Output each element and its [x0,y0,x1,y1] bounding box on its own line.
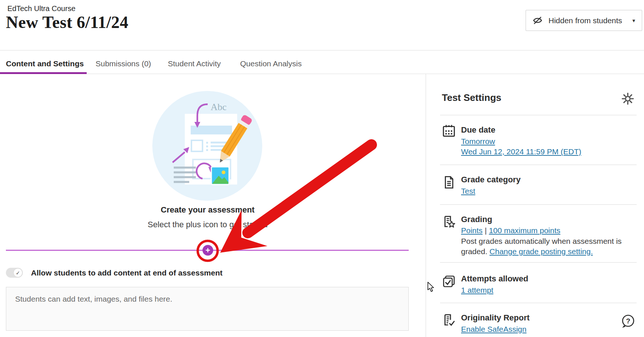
tab-content-and-settings[interactable]: Content and Settings [6,55,84,72]
gear-icon [621,92,634,105]
canvas-heading: Create your assessment [79,205,337,215]
calendar-icon [442,124,456,138]
document-icon [442,175,456,189]
originality-title: Originality Report [461,313,530,323]
student-content-editor[interactable]: Students can add text, images, and files… [6,287,409,331]
document-star-icon [442,215,456,229]
due-date-title: Due date [461,125,495,135]
test-settings-page: EdTech Ultra Course New Test 6/11/24 Hid… [0,0,644,337]
grading-points-link[interactable]: Points [461,226,482,235]
section-separator [440,115,637,115]
section-separator [440,165,637,165]
annotation-overlay [0,0,644,337]
document-check-icon [442,313,456,327]
section-separator [440,303,637,303]
section-separator [440,204,637,205]
eye-slash-icon [533,15,543,25]
grade-category-link[interactable]: Test [461,186,475,196]
breadcrumb[interactable]: EdTech Ultra Course [7,4,76,13]
tab-student-activity[interactable]: Student Activity [168,55,221,72]
attempts-title: Attempts allowed [461,274,528,284]
grading-links-separator: | [485,226,487,235]
page-title: New Test 6/11/24 [6,13,128,32]
tabbar-divider [0,74,644,74]
grading-max-points-link[interactable]: 100 maximum points [489,226,561,235]
due-date-relative-link[interactable]: Tomorrow [461,137,495,146]
allow-students-toggle[interactable]: ✓ [6,268,23,278]
check-icon: ✓ [16,270,20,276]
panel-title: Test Settings [442,92,501,103]
active-tab-underline [0,72,87,74]
question-mark-icon: ? [620,314,635,329]
attempts-link[interactable]: 1 attempt [461,285,494,295]
illustration-abc-label: Abc [211,102,226,112]
header-divider [0,50,644,50]
grading-body: Post grades automatically when assessmen… [461,236,628,256]
attempts-checkbox-icon [442,274,456,288]
visibility-label: Hidden from students [548,16,622,25]
grading-posting-link[interactable]: Change grade posting setting. [489,247,593,256]
grade-category-title: Grade category [461,175,520,185]
grading-links-row: Points | 100 maximum points [461,226,560,235]
tab-question-analysis[interactable]: Question Analysis [240,55,302,72]
originality-link[interactable]: Enable SafeAssign [461,324,526,334]
tab-submissions[interactable]: Submissions (0) [96,55,151,72]
due-date-datetime-link[interactable]: Wed Jun 12, 2024 11:59 PM (EDT) [461,147,581,157]
caret-down-icon: ▾ [632,17,635,24]
question-mark-glyph: ? [626,317,630,325]
panel-divider [426,74,426,337]
help-button[interactable]: ? [620,314,635,329]
allow-students-toggle-label: Allow students to add content at end of … [31,268,222,277]
settings-gear-button[interactable] [621,92,634,105]
visibility-dropdown-button[interactable]: Hidden from students ▾ [526,10,642,31]
assessment-illustration: Abc [152,91,262,201]
editor-placeholder: Students can add text, images, and files… [15,295,408,303]
mouse-cursor [428,282,434,292]
section-separator [440,262,637,263]
toggle-knob: ✓ [13,268,22,277]
add-content-plus-button[interactable]: + [202,245,213,256]
canvas-subheading: Select the plus icon to get started [79,220,337,229]
grading-title: Grading [461,215,492,224]
